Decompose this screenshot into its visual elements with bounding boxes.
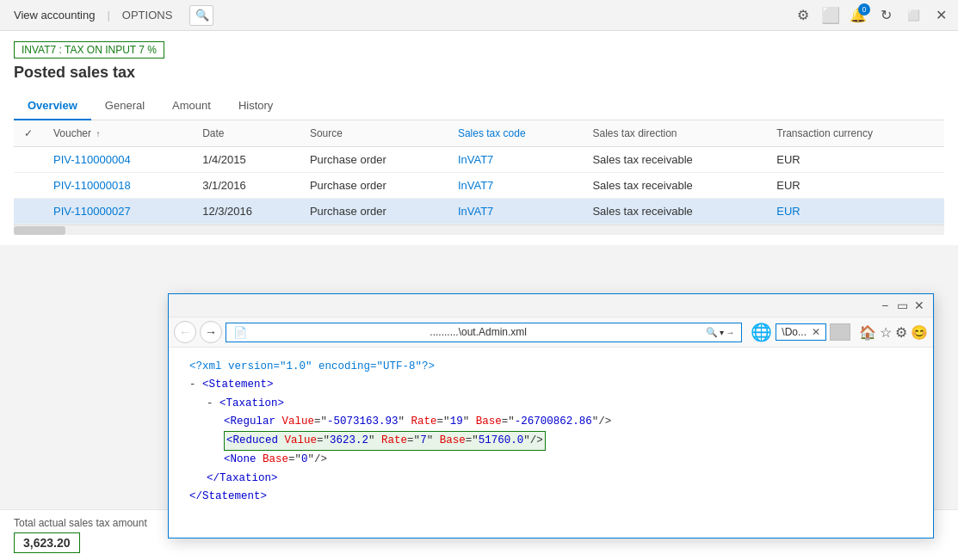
voucher-table: ✓ Voucher ↑ Date Source Sales tax code S… xyxy=(14,120,944,225)
addr-arrow-icon: ▾ xyxy=(720,328,724,337)
address-file-icon: 📄 xyxy=(233,326,247,339)
row2-tax-code[interactable]: InVAT7 xyxy=(448,173,583,199)
star-icon[interactable]: ☆ xyxy=(880,324,892,341)
row3-currency: EUR xyxy=(766,199,944,225)
row3-check xyxy=(14,199,43,225)
xml-regular: <Regular Value="-5073163.93" Rate="19" B… xyxy=(224,413,912,431)
row2-currency: EUR xyxy=(766,173,944,199)
row3-voucher[interactable]: PIV-110000027 xyxy=(43,199,192,225)
do-bar[interactable]: \Do... ✕ xyxy=(776,323,826,341)
table-header-row: ✓ Voucher ↑ Date Source Sales tax code S… xyxy=(14,120,944,147)
page-title: Posted sales tax xyxy=(14,64,944,82)
tab-general[interactable]: General xyxy=(91,92,158,120)
xml-none: <None Base="0"/> xyxy=(224,451,912,469)
main-content: INVAT7 : TAX ON INPUT 7 % Posted sales t… xyxy=(0,31,958,245)
table-row[interactable]: PIV-110000018 3/1/2016 Purchase order In… xyxy=(14,173,944,199)
view-accounting-link[interactable]: View accounting xyxy=(7,5,102,25)
address-search: 🔍 ▾ → xyxy=(706,327,734,338)
row2-date: 3/1/2016 xyxy=(192,173,300,199)
xml-content: <?xml version="1.0" encoding="UTF-8"?> -… xyxy=(169,348,933,538)
col-source[interactable]: Source xyxy=(300,120,448,147)
xml-statement-open: - <Statement> xyxy=(189,376,912,394)
row1-tax-code[interactable]: InVAT7 xyxy=(448,147,583,173)
gear-icon[interactable]: ⚙ xyxy=(895,324,907,341)
xml-popup-window: − ▭ ✕ ← → 📄 ..........\out.Admin.xml 🔍 ▾… xyxy=(168,293,934,538)
row1-source: Purchase order xyxy=(300,147,448,173)
xml-statement-close: </Statement> xyxy=(189,488,912,506)
row3-tax-code[interactable]: InVAT7 xyxy=(448,199,583,225)
search-box[interactable]: 🔍 xyxy=(189,5,213,26)
notification-badge[interactable]: 🔔 0 xyxy=(848,5,868,26)
top-bar: View accounting | OPTIONS 🔍 ⚙ ⬜ 🔔 0 ↻ ⬜ … xyxy=(0,0,958,31)
address-text: ..........\out.Admin.xml xyxy=(430,326,527,338)
tab-overview[interactable]: Overview xyxy=(14,92,91,120)
tax-tag: INVAT7 : TAX ON INPUT 7 % xyxy=(14,41,164,58)
row1-direction: Sales tax receivable xyxy=(582,147,766,173)
footer-value: 3,623.20 xyxy=(14,532,80,553)
row2-source: Purchase order xyxy=(300,173,448,199)
xml-taxation-close: </Taxation> xyxy=(207,470,912,488)
xml-browser-toolbar: ← → 📄 ..........\out.Admin.xml 🔍 ▾ → 🌐 \… xyxy=(169,317,933,348)
office-icon[interactable]: ⬜ xyxy=(820,5,841,26)
restore-button[interactable]: ▭ xyxy=(893,297,911,314)
row1-voucher[interactable]: PIV-110000004 xyxy=(43,147,192,173)
addr-search-icon: 🔍 xyxy=(706,327,718,338)
xml-highlighted-line: <Reduced Value="3623.2" Rate="7" Base="5… xyxy=(224,431,546,451)
do-close-button[interactable]: ✕ xyxy=(812,326,820,338)
xml-taxation-open: - <Taxation> xyxy=(207,395,912,413)
smiley-icon[interactable]: 😊 xyxy=(911,324,928,341)
options-link[interactable]: OPTIONS xyxy=(115,5,180,25)
table-container: ✓ Voucher ↑ Date Source Sales tax code S… xyxy=(14,120,944,225)
col-direction[interactable]: Sales tax direction xyxy=(582,120,766,147)
forward-button[interactable]: → xyxy=(200,321,222,343)
row3-date: 12/3/2016 xyxy=(192,199,300,225)
xml-reduced: <Reduced Value="3623.2" Rate="7" Base="5… xyxy=(224,431,912,451)
ie-browser-icon: 🌐 xyxy=(751,322,772,342)
row1-check xyxy=(14,147,43,173)
refresh-icon[interactable]: ↻ xyxy=(875,5,896,26)
col-date[interactable]: Date xyxy=(192,120,300,147)
row2-check xyxy=(14,173,43,199)
row2-voucher[interactable]: PIV-110000018 xyxy=(43,173,192,199)
check-icon: ✓ xyxy=(24,127,33,139)
row3-direction: Sales tax receivable xyxy=(582,199,766,225)
scrollbar-thumb[interactable] xyxy=(14,226,65,235)
table-row[interactable]: PIV-110000004 1/4/2015 Purchase order In… xyxy=(14,147,944,173)
do-text: \Do... xyxy=(782,326,807,338)
row1-date: 1/4/2015 xyxy=(192,147,300,173)
close-icon[interactable]: ✕ xyxy=(930,5,951,26)
addr-forward-icon: → xyxy=(726,328,734,337)
home-icon[interactable]: 🏠 xyxy=(859,324,876,341)
tab-bar: Overview General Amount History xyxy=(14,92,944,120)
table-row[interactable]: PIV-110000027 12/3/2016 Purchase order I… xyxy=(14,199,944,225)
xml-declaration: <?xml version="1.0" encoding="UTF-8"?> xyxy=(189,358,912,376)
close-button[interactable]: ✕ xyxy=(911,297,928,314)
search-icon: 🔍 xyxy=(195,9,209,22)
horizontal-scrollbar[interactable] xyxy=(14,225,944,235)
row3-source: Purchase order xyxy=(300,199,448,225)
col-voucher[interactable]: Voucher ↑ xyxy=(43,120,192,147)
top-bar-right: ⚙ ⬜ 🔔 0 ↻ ⬜ ✕ xyxy=(793,5,951,26)
col-check[interactable]: ✓ xyxy=(14,120,43,147)
tab-amount[interactable]: Amount xyxy=(158,92,225,120)
row1-currency: EUR xyxy=(766,147,944,173)
row2-direction: Sales tax receivable xyxy=(582,173,766,199)
back-button[interactable]: ← xyxy=(174,321,196,343)
notification-count: 0 xyxy=(858,3,870,15)
top-nav: View accounting | OPTIONS xyxy=(7,5,179,25)
tab-history[interactable]: History xyxy=(225,92,287,120)
settings-icon[interactable]: ⚙ xyxy=(793,5,813,26)
sort-asc-icon: ↑ xyxy=(96,129,100,138)
address-bar[interactable]: 📄 ..........\out.Admin.xml 🔍 ▾ → xyxy=(226,323,742,342)
col-currency[interactable]: Transaction currency xyxy=(766,120,944,147)
xml-toolbar-right: 🏠 ☆ ⚙ 😊 xyxy=(859,324,928,341)
maximize-icon[interactable]: ⬜ xyxy=(903,5,924,26)
xml-titlebar: − ▭ ✕ xyxy=(169,294,933,317)
col-tax-code[interactable]: Sales tax code xyxy=(448,120,583,147)
nav-separator: | xyxy=(107,9,109,22)
minimize-button[interactable]: − xyxy=(876,297,893,314)
do-thumbnail xyxy=(830,323,850,341)
